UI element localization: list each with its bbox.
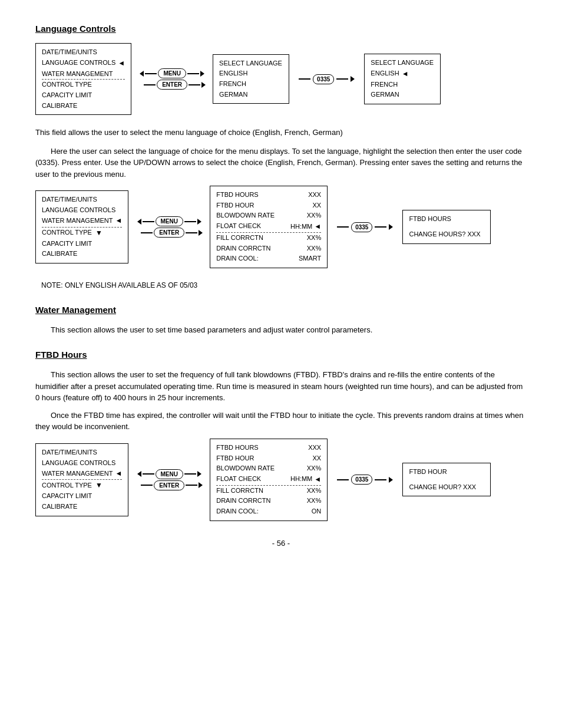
menu-item-control: CONTROL TYPE <box>42 79 125 90</box>
code-connector-3: 0335 <box>337 475 393 485</box>
ftbd-diagram-3: DATE/TIME/UNITS LANGUAGE CONTROLS WATER … <box>35 439 527 521</box>
menu3-item-datetime: DATE/TIME/UNITS <box>42 447 122 458</box>
line-to-code-3 <box>337 479 349 480</box>
menu2-item-calibrate: CALIBRATE <box>42 249 122 259</box>
nav-buttons-1: MENU ENTER <box>138 68 206 90</box>
main-menu-box-1: DATE/TIME/UNITS LANGUAGE CONTROLS ◄ WATE… <box>35 43 131 115</box>
enter-btn-row-3: ENTER <box>135 480 203 490</box>
enter-button-3[interactable]: ENTER <box>154 480 184 490</box>
result-change-hour: CHANGE HOUR? XXX <box>409 482 484 493</box>
line-enter-r-3 <box>186 485 197 486</box>
arrow-right-menu <box>200 71 204 77</box>
ftbd-box-2: FTBD HOURSXXX FTBD HOURXX BLOWDOWN RATEX… <box>210 439 328 521</box>
menu-item-water: WATER MANAGEMENT <box>42 69 125 80</box>
lang-result-box-1: SELECT LANGUAGE ENGLISH ◄ FRENCH GERMAN <box>364 54 441 104</box>
ftbd-result-box-2: FTBD HOUR CHANGE HOUR? XXX <box>402 463 491 496</box>
result-english: ENGLISH ◄ <box>371 68 434 80</box>
result-select-label: SELECT LANGUAGE <box>371 58 434 68</box>
line-menu-r-3 <box>184 473 196 475</box>
arrow-left-menu <box>140 71 144 77</box>
ftbd-box-1: FTBD HOURSXXX FTBD HOURXX BLOWDOWN RATEX… <box>210 186 328 268</box>
line-to-code <box>299 78 310 80</box>
water-management-heading: Water Management <box>35 305 527 315</box>
menu-btn-row: MENU <box>140 68 204 78</box>
line-enter-2 <box>141 232 153 233</box>
result-ftbd-hour-label: FTBD HOUR <box>409 467 484 477</box>
ftbd-hours-row: FTBD HOURSXXX <box>216 190 321 200</box>
language-diagram-2: DATE/TIME/UNITS LANGUAGE CONTROLS WATER … <box>35 186 527 268</box>
line-from-code-2 <box>375 226 386 228</box>
result-blank <box>409 225 484 229</box>
line-enter-r <box>189 84 200 85</box>
ftbd-result-box-1: FTBD HOURS CHANGE HOURS? XXX <box>402 210 491 243</box>
float-check-row: FLOAT CHECKHH:MM◄ <box>216 221 321 233</box>
line-to-code-2 <box>337 226 349 228</box>
menu-item-capacity: CAPACITY LIMIT <box>42 90 125 101</box>
menu3-item-water: WATER MANAGEMENT ◄ <box>42 468 122 479</box>
menu2-item-language: LANGUAGE CONTROLS <box>42 205 122 216</box>
line-enter-3 <box>141 485 153 486</box>
arrow-left-menu-2 <box>137 219 141 225</box>
line-enter-r-2 <box>186 232 197 233</box>
arrow-to-result-2 <box>389 224 393 230</box>
menu3-item-calibrate: CALIBRATE <box>42 502 122 512</box>
water-mgmt-desc: This section allows the user to set time… <box>35 324 527 336</box>
language-controls-heading: Language Controls <box>35 24 527 34</box>
ftbd-desc-2: Once the FTBD time has expired, the cont… <box>35 410 527 433</box>
language-diagram-1: DATE/TIME/UNITS LANGUAGE CONTROLS ◄ WATE… <box>35 43 527 115</box>
main-menu-box-3: DATE/TIME/UNITS LANGUAGE CONTROLS WATER … <box>35 443 128 516</box>
fill-corrctn-row: FILL CORRCTNXX% <box>216 233 321 243</box>
drain2-cool-row: DRAIN COOL:ON <box>216 506 321 517</box>
menu-button[interactable]: MENU <box>158 68 186 78</box>
menu-btn-row-2: MENU <box>137 216 201 226</box>
drain-cool-row: DRAIN COOL:SMART <box>216 253 321 264</box>
arrow-right-enter-3 <box>199 482 203 488</box>
menu3-item-control: CONTROL TYPE ▼ <box>42 479 122 491</box>
arrow-right-enter-2 <box>199 230 203 236</box>
line-menu-2 <box>143 221 154 222</box>
line-menu-r <box>187 73 199 74</box>
line-menu-3 <box>143 473 154 475</box>
enter-btn-row-2: ENTER <box>135 228 203 238</box>
line-menu-r-2 <box>184 221 196 222</box>
lang-select-label: SELECT LANGUAGE <box>219 58 283 69</box>
ftbd-hours-section: FTBD Hours This section allows the user … <box>35 350 527 521</box>
drain2-corrctn-row: DRAIN CORRCTNXX% <box>216 496 321 506</box>
enter-button-2[interactable]: ENTER <box>154 228 184 238</box>
lang-select-box-1: SELECT LANGUAGE ENGLISH FRENCH GERMAN <box>213 54 289 104</box>
menu2-item-water: WATER MANAGEMENT ◄ <box>42 215 122 226</box>
menu2-item-control: CONTROL TYPE ▼ <box>42 227 122 239</box>
menu2-item-capacity: CAPACITY LIMIT <box>42 239 122 249</box>
lang-desc-1: This field allows the user to select the… <box>35 127 527 139</box>
nav-buttons-2: MENU ENTER <box>135 216 203 238</box>
menu-item-calibrate: CALIBRATE <box>42 101 125 111</box>
menu3-item-language: LANGUAGE CONTROLS <box>42 458 122 469</box>
arrow-to-result <box>351 76 355 82</box>
drain-corrctn-row: DRAIN CORRCTNXX% <box>216 243 321 254</box>
enter-button[interactable]: ENTER <box>157 80 187 90</box>
line-enter <box>144 84 156 85</box>
menu-item-language: LANGUAGE CONTROLS ◄ <box>42 58 125 69</box>
blowdown-row: BLOWDOWN RATEXX% <box>216 210 321 221</box>
lang-desc-2: Here the user can select the language of… <box>35 146 527 180</box>
result-french: FRENCH <box>371 80 434 90</box>
ftbd-hour-row: FTBD HOURXX <box>216 200 321 211</box>
page-number: - 56 - <box>35 539 527 548</box>
code-0335-1: 0335 <box>313 74 334 84</box>
line-from-code-3 <box>375 479 386 480</box>
menu-button-2[interactable]: MENU <box>156 216 183 226</box>
result-change-hours: CHANGE HOURS? XXX <box>409 229 484 240</box>
menu3-item-capacity: CAPACITY LIMIT <box>42 491 122 502</box>
menu-item-datetime: DATE/TIME/UNITS <box>42 47 125 58</box>
blowdown2-row: BLOWDOWN RATEXX% <box>216 463 321 474</box>
ftbd-hours-heading: FTBD Hours <box>35 350 527 360</box>
main-menu-box-2: DATE/TIME/UNITS LANGUAGE CONTROLS WATER … <box>35 190 128 263</box>
nav-buttons-3: MENU ENTER <box>135 469 203 490</box>
arrow-right-menu-2 <box>197 219 201 225</box>
menu-button-3[interactable]: MENU <box>156 469 183 479</box>
ftbd2-hour-row: FTBD HOURXX <box>216 453 321 464</box>
code-0335-3: 0335 <box>351 475 372 485</box>
arrow-to-result-3 <box>389 477 393 483</box>
code-0335-2: 0335 <box>351 222 372 232</box>
menu-btn-row-3: MENU <box>137 469 201 479</box>
